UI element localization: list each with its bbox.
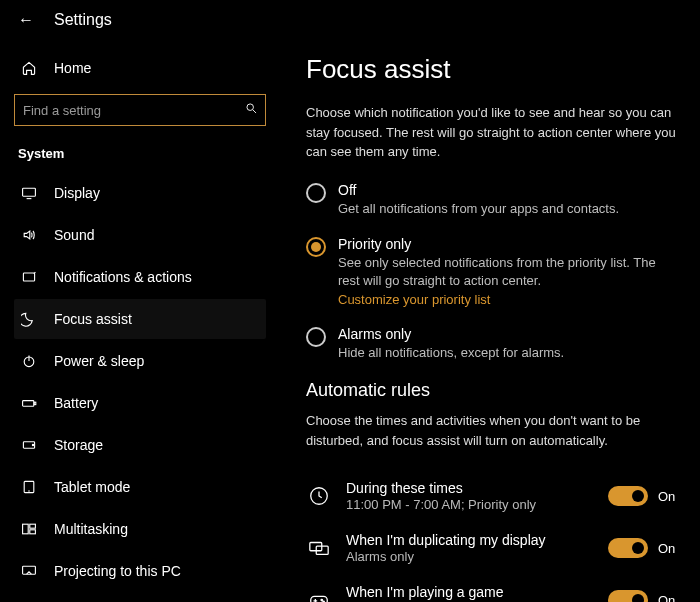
page-description: Choose which notification you'd like to … xyxy=(306,103,680,162)
sidebar-item-battery[interactable]: Battery xyxy=(14,383,266,423)
search-icon xyxy=(245,102,258,118)
page-title: Focus assist xyxy=(306,54,680,85)
rule-playing-game[interactable]: When I'm playing a game Alarms only On xyxy=(306,574,680,602)
option-desc: Hide all notifications, except for alarm… xyxy=(338,344,564,362)
home-icon xyxy=(20,59,38,77)
rule-toggle[interactable] xyxy=(608,486,648,506)
rule-toggle-state: On xyxy=(658,489,680,504)
content: Focus assist Choose which notification y… xyxy=(280,40,700,602)
battery-icon xyxy=(20,394,38,412)
rule-duplicating-display[interactable]: When I'm duplicating my display Alarms o… xyxy=(306,522,680,574)
sidebar-item-notifications[interactable]: Notifications & actions xyxy=(14,257,266,297)
svg-rect-17 xyxy=(23,566,36,574)
rule-title: When I'm duplicating my display xyxy=(346,532,594,548)
sidebar-home-label: Home xyxy=(54,60,91,76)
rule-sub: 11:00 PM - 7:00 AM; Priority only xyxy=(346,497,594,512)
sidebar-item-label: Notifications & actions xyxy=(54,269,192,285)
sidebar-item-multitasking[interactable]: Multitasking xyxy=(14,509,266,549)
tablet-icon xyxy=(20,478,38,496)
option-desc: Get all notifications from your apps and… xyxy=(338,200,619,218)
storage-icon xyxy=(20,436,38,454)
sidebar-item-label: Power & sleep xyxy=(54,353,144,369)
sidebar-home[interactable]: Home xyxy=(14,48,266,88)
svg-rect-15 xyxy=(30,524,36,528)
notifications-icon xyxy=(20,268,38,286)
search-input[interactable] xyxy=(14,94,266,126)
sidebar-item-label: Sound xyxy=(54,227,94,243)
rule-sub: Alarms only xyxy=(346,549,594,564)
option-title: Alarms only xyxy=(338,326,564,342)
projecting-icon xyxy=(20,562,38,580)
svg-rect-8 xyxy=(23,401,34,407)
svg-point-11 xyxy=(32,444,33,445)
option-alarms-only[interactable]: Alarms only Hide all notifications, exce… xyxy=(306,326,680,362)
back-button[interactable]: ← xyxy=(18,11,34,29)
option-title: Priority only xyxy=(338,236,680,252)
sidebar-item-label: Focus assist xyxy=(54,311,132,327)
game-controller-icon xyxy=(306,587,332,602)
multitasking-icon xyxy=(20,520,38,538)
sidebar-item-focus-assist[interactable]: Focus assist xyxy=(14,299,266,339)
window-header: ← Settings xyxy=(0,0,700,40)
power-icon xyxy=(20,352,38,370)
sidebar-item-label: Projecting to this PC xyxy=(54,563,181,579)
rule-toggle[interactable] xyxy=(608,538,648,558)
svg-rect-14 xyxy=(23,524,29,534)
sidebar-item-label: Storage xyxy=(54,437,103,453)
sidebar-item-label: Multitasking xyxy=(54,521,128,537)
window-title: Settings xyxy=(54,11,112,29)
sidebar-item-sound[interactable]: Sound xyxy=(14,215,266,255)
svg-rect-9 xyxy=(34,402,36,404)
automatic-rules-desc: Choose the times and activities when you… xyxy=(306,411,680,450)
rule-toggle-state: On xyxy=(658,593,680,602)
sidebar: Home System Display Sound Notifications … xyxy=(0,40,280,602)
svg-rect-4 xyxy=(23,273,34,281)
rule-title: During these times xyxy=(346,480,594,496)
option-desc: See only selected notifications from the… xyxy=(338,254,680,290)
sidebar-item-power[interactable]: Power & sleep xyxy=(14,341,266,381)
rule-during-times[interactable]: During these times 11:00 PM - 7:00 AM; P… xyxy=(306,470,680,522)
sidebar-item-label: Display xyxy=(54,185,100,201)
sidebar-item-tablet[interactable]: Tablet mode xyxy=(14,467,266,507)
rule-title: When I'm playing a game xyxy=(346,584,594,600)
option-priority-only[interactable]: Priority only See only selected notifica… xyxy=(306,236,680,308)
moon-icon xyxy=(20,310,38,328)
rule-toggle-state: On xyxy=(658,541,680,556)
clock-icon xyxy=(306,483,332,509)
sidebar-category: System xyxy=(18,146,266,161)
option-title: Off xyxy=(338,182,619,198)
sidebar-item-projecting[interactable]: Projecting to this PC xyxy=(14,551,266,591)
svg-point-0 xyxy=(247,104,254,111)
duplicate-display-icon xyxy=(306,535,332,561)
radio-icon xyxy=(306,327,326,347)
rule-toggle[interactable] xyxy=(608,590,648,602)
sidebar-item-display[interactable]: Display xyxy=(14,173,266,213)
search-wrap xyxy=(14,94,266,126)
customize-priority-link[interactable]: Customize your priority list xyxy=(338,292,490,307)
svg-point-24 xyxy=(321,600,322,601)
svg-line-1 xyxy=(253,110,256,113)
radio-icon xyxy=(306,183,326,203)
svg-line-5 xyxy=(34,272,36,274)
svg-rect-2 xyxy=(23,188,36,196)
sidebar-item-storage[interactable]: Storage xyxy=(14,425,266,465)
svg-rect-21 xyxy=(311,597,328,602)
automatic-rules-title: Automatic rules xyxy=(306,380,680,401)
display-icon xyxy=(20,184,38,202)
sound-icon xyxy=(20,226,38,244)
option-off[interactable]: Off Get all notifications from your apps… xyxy=(306,182,680,218)
svg-rect-16 xyxy=(30,530,36,534)
sidebar-item-label: Tablet mode xyxy=(54,479,130,495)
radio-icon xyxy=(306,237,326,257)
sidebar-item-label: Battery xyxy=(54,395,98,411)
